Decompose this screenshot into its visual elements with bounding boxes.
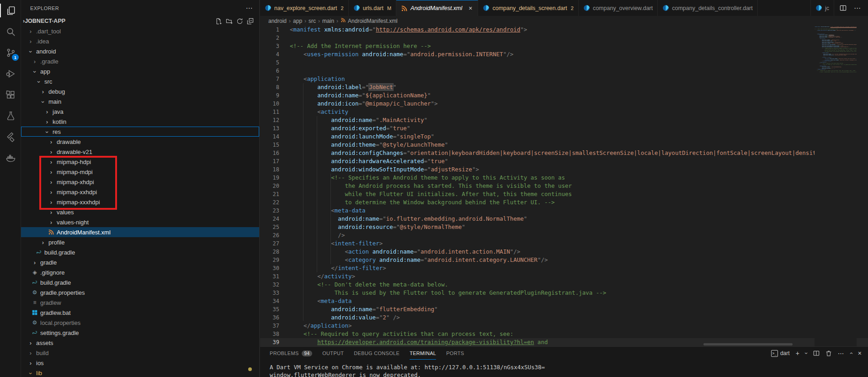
horizontal-scrollbar-thumb[interactable] xyxy=(703,343,793,345)
tree-item-src[interactable]: ›src xyxy=(21,76,259,86)
tree-item-settings-gradle[interactable]: settings.gradle xyxy=(21,328,259,338)
panel-tab-problems[interactable]: PROBLEMS94 xyxy=(270,347,312,360)
code-line-4[interactable]: 4 <uses-permission android:name="android… xyxy=(260,50,868,58)
tree-item-values-night[interactable]: ›values-night xyxy=(21,217,259,227)
breadcrumb-item-app[interactable]: app xyxy=(293,18,302,24)
code-line-12[interactable]: 12 android:name=".MainActivity" xyxy=(260,116,868,124)
breadcrumb-item-androidmanifest.xml[interactable]: AndroidManifest.xml xyxy=(341,17,398,24)
code-line-31[interactable]: 31 </activity> xyxy=(260,272,868,281)
tree-item-build[interactable]: ›build xyxy=(21,348,259,358)
breadcrumb-item-main[interactable]: main xyxy=(322,18,334,24)
code-line-32[interactable]: 32 <!-- Don't delete the meta-data below… xyxy=(260,281,868,289)
tree-item-mipmap-hdpi[interactable]: ›mipmap-hdpi xyxy=(21,157,259,167)
tree-item-gradlew[interactable]: ≡gradlew xyxy=(21,297,259,308)
tree-item-lib[interactable]: ›lib xyxy=(21,368,259,377)
code-line-18[interactable]: 18 android:windowSoftInputMode="adjustRe… xyxy=(260,165,868,174)
tree-item-android[interactable]: ›android xyxy=(21,46,259,56)
code-line-26[interactable]: 26 /> xyxy=(260,231,868,239)
tab-urls-dart[interactable]: urls.dartM xyxy=(349,0,396,16)
tab-androidmanifest-xml[interactable]: AndroidManifest.xml× xyxy=(396,0,478,16)
panel-more-icon[interactable]: ⋯ xyxy=(838,350,844,357)
tree-item-drawable[interactable]: ›drawable xyxy=(21,137,259,147)
close-panel-icon[interactable]: × xyxy=(858,350,862,357)
extensions-icon[interactable] xyxy=(0,84,21,105)
tree-item-gradle-properties[interactable]: ⚙gradle.properties xyxy=(21,287,259,297)
docker-icon[interactable] xyxy=(0,147,21,168)
code-line-23[interactable]: 23 <meta-data xyxy=(260,207,868,215)
tree-item-profile[interactable]: ›profile xyxy=(21,237,259,247)
code-line-21[interactable]: 21 while the Flutter UI initializes. Aft… xyxy=(260,190,868,198)
refresh-icon[interactable] xyxy=(236,18,243,25)
chevron-down-icon[interactable]: › xyxy=(803,352,809,354)
code-line-6[interactable]: 6 xyxy=(260,67,868,75)
tab-company-details-controller-dart[interactable]: company_details_controller.dart xyxy=(658,0,758,16)
code-line-20[interactable]: 20 the Android process has started. This… xyxy=(260,182,868,190)
breadcrumb-item-src[interactable]: src xyxy=(309,18,316,24)
explorer-more-icon[interactable]: ⋯ xyxy=(244,4,255,12)
close-icon[interactable]: × xyxy=(468,5,473,11)
tree-item--gitignore[interactable]: ◈.gitignore xyxy=(21,267,259,277)
code-line-11[interactable]: 11 <activity xyxy=(260,108,868,116)
code-line-17[interactable]: 17 android:hardwareAccelerated="true" xyxy=(260,157,868,165)
tree-item-build-gradle[interactable]: build.gradle xyxy=(21,247,259,257)
code-line-8[interactable]: 8 android:label="JobNect" xyxy=(260,83,868,91)
tree-item-assets[interactable]: ›assets xyxy=(21,338,259,348)
split-terminal-icon[interactable] xyxy=(813,350,820,356)
project-section-header[interactable]: › JOBNECT-APP xyxy=(21,16,259,26)
panel-tab-ports[interactable]: PORTS xyxy=(446,347,464,360)
tree-item-androidmanifest-xml[interactable]: AndroidManifest.xml xyxy=(21,227,259,237)
code-line-14[interactable]: 14 android:launchMode="singleTop" xyxy=(260,133,868,141)
tree-item-mipmap-xxxhdpi[interactable]: ›mipmap-xxxhdpi xyxy=(21,197,259,207)
code-line-9[interactable]: 9 android:name="${applicationName}" xyxy=(260,91,868,100)
tree-item-local-properties[interactable]: ⚙local.properties xyxy=(21,318,259,328)
code-line-1[interactable]: 1<manifest xmlns:android="http://schemas… xyxy=(260,26,868,34)
tree-item-values[interactable]: ›values xyxy=(21,207,259,217)
code-line-3[interactable]: 3<!-- Add the Internet permission here -… xyxy=(260,42,868,50)
code-line-35[interactable]: 35 android:name="flutterEmbedding" xyxy=(260,305,868,313)
tree-item-mipmap-xhdpi[interactable]: ›mipmap-xhdpi xyxy=(21,177,259,187)
source-control-icon[interactable]: 1 xyxy=(0,42,21,63)
tree-item-build-gradle[interactable]: build.gradle xyxy=(21,277,259,287)
code-line-22[interactable]: 22 to determine the Window background be… xyxy=(260,198,868,207)
tree-item-main[interactable]: ›main xyxy=(21,96,259,106)
code-line-29[interactable]: 29 <category android:name="android.inten… xyxy=(260,256,868,264)
code-line-38[interactable]: 38 <!-- Required to query activities tha… xyxy=(260,330,868,338)
tree-item-mipmap-xxhdpi[interactable]: ›mipmap-xxhdpi xyxy=(21,187,259,197)
tab-nav-explore-screen-dart[interactable]: nav_explore_screen.dart2 xyxy=(260,0,349,16)
code-line-28[interactable]: 28 <action android:name="android.intent.… xyxy=(260,248,868,256)
split-editor-icon[interactable] xyxy=(840,5,847,11)
tree-item-mipmap-mdpi[interactable]: ›mipmap-mdpi xyxy=(21,167,259,177)
panel-tab-debug-console[interactable]: DEBUG CONSOLE xyxy=(354,347,399,360)
tab-company-overview-dart[interactable]: company_overview.dart xyxy=(579,0,658,16)
code-line-24[interactable]: 24 android:name="io.flutter.embedding.an… xyxy=(260,215,868,223)
code-line-27[interactable]: 27 <intent-filter> xyxy=(260,239,868,248)
code-line-13[interactable]: 13 android:exported="true" xyxy=(260,124,868,133)
code-line-15[interactable]: 15 android:theme="@style/LaunchTheme" xyxy=(260,141,868,149)
tree-item-java[interactable]: ›java xyxy=(21,106,259,117)
terminal-profile[interactable]: >_ dart xyxy=(771,350,790,357)
code-line-10[interactable]: 10 android:icon="@mipmap/ic_launcher"> xyxy=(260,100,868,108)
code-line-25[interactable]: 25 android:resource="@style/NormalTheme" xyxy=(260,223,868,231)
editor-more-icon[interactable]: ⋯ xyxy=(852,4,863,12)
search-icon[interactable] xyxy=(0,21,21,42)
tree-item-kotlin[interactable]: ›kotlin xyxy=(21,117,259,127)
tree-item--gradle[interactable]: ›.gradle xyxy=(21,56,259,66)
code-line-37[interactable]: 37 </application> xyxy=(260,322,868,330)
run-debug-icon[interactable] xyxy=(0,63,21,84)
tree-item-app[interactable]: ›app xyxy=(21,66,259,76)
collapse-folders-icon[interactable] xyxy=(247,18,254,25)
minimap[interactable]: <manifest xmlns:android="http://schemas.… xyxy=(815,26,857,346)
new-file-icon[interactable] xyxy=(215,18,222,25)
tree-item-debug[interactable]: ›debug xyxy=(21,86,259,96)
new-folder-icon[interactable] xyxy=(226,18,233,25)
tree-item--idea[interactable]: ›.idea xyxy=(21,36,259,46)
terminal-output[interactable]: A Dart VM Service on Chrome is available… xyxy=(260,360,868,377)
explorer-icon[interactable] xyxy=(0,0,21,21)
new-terminal-icon[interactable]: + xyxy=(796,350,799,357)
code-line-2[interactable]: 2 xyxy=(260,34,868,42)
tree-item-drawable-v21[interactable]: ›drawable-v21 xyxy=(21,147,259,157)
panel-tab-output[interactable]: OUTPUT xyxy=(322,347,344,360)
tree-item-gradlew-bat[interactable]: gradlew.bat xyxy=(21,308,259,318)
breadcrumb-item-android[interactable]: android xyxy=(268,18,287,24)
tab-jc[interactable]: jc xyxy=(810,0,834,16)
